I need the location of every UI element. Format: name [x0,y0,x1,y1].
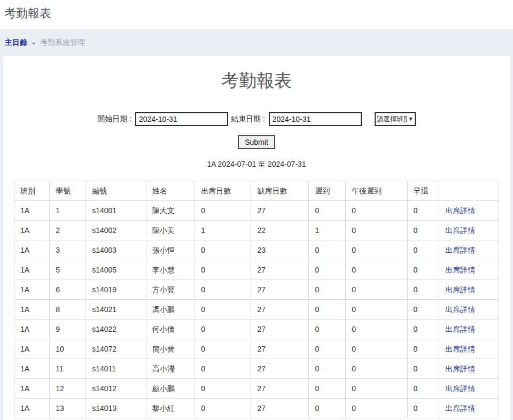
cell-class: 1A [14,201,50,221]
table-row: 1A10s14072簡小晉027000出席詳情 [14,339,499,359]
attendance-detail-link[interactable]: 出席詳情 [445,384,475,393]
header-student-no: 學號 [50,181,86,201]
end-date-input[interactable] [269,112,362,126]
report-table-body: 1A1s14001陳大文027000出席詳情1A2s14002陳小美122100… [14,201,499,418]
cell-class: 1A [14,260,50,280]
cell-late: 1 [309,221,346,240]
cell-student-no: 9 [50,320,86,339]
header-name: 姓名 [146,181,195,201]
cell-class: 1A [14,399,50,418]
cell-code: s14001 [86,201,146,221]
header-present-days: 出席日數 [195,181,251,201]
breadcrumb-separator-icon: ● [32,40,35,46]
start-date-label: 開始日期 : [97,114,134,124]
cell-class: 1A [14,320,50,339]
cell-name: 黎小紅 [146,399,195,418]
cell-late: 0 [309,320,346,339]
cell-code: s14019 [86,280,146,300]
cell-present-days: 0 [195,240,251,260]
attendance-detail-link[interactable]: 出席詳情 [445,246,475,254]
attendance-detail-link[interactable]: 出席詳情 [445,364,475,373]
cell-present-days: 0 [195,280,251,300]
cell-late: 0 [309,379,346,399]
breadcrumb: 主目錄 ● 考勤系統管理 [0,29,513,56]
submit-row: Submit [3,135,510,149]
cell-name: 李小慧 [146,260,195,280]
table-row: 1A8s14021馮小鵬027000出席詳情 [14,300,499,320]
attendance-detail-link[interactable]: 出席詳情 [445,266,475,274]
cell-absent-days: 27 [251,339,309,359]
cell-detail: 出席詳情 [439,320,499,339]
cell-early-leave: 0 [407,201,439,221]
cell-early-leave: 0 [407,399,439,418]
cell-absent-days: 27 [251,260,309,280]
cell-present-days: 0 [195,339,251,359]
header-pm-late: 午後遲到 [346,181,407,201]
cell-present-days: 0 [195,201,251,221]
cell-present-days: 0 [195,359,251,379]
start-date-input[interactable] [135,112,228,126]
cell-early-leave: 0 [407,240,439,260]
cell-late: 0 [309,300,346,320]
cell-pm-late: 0 [346,201,407,221]
cell-name: 高小瀅 [146,359,195,379]
cell-name: 馮小鵬 [146,300,195,320]
table-row: 1A13s14013黎小紅027000出席詳情 [14,399,499,418]
cell-late: 0 [309,399,346,418]
cell-name: 陳小美 [146,221,195,240]
submit-button[interactable]: Submit [238,135,275,149]
cell-early-leave: 0 [407,221,439,240]
cell-detail: 出席詳情 [439,201,499,221]
attendance-detail-link[interactable]: 出席詳情 [445,226,475,235]
cell-pm-late: 0 [346,260,407,280]
cell-pm-late: 0 [346,339,407,359]
table-row: 1A1s14001陳大文027000出席詳情 [14,201,499,221]
attendance-detail-link[interactable]: 出席詳情 [445,305,475,314]
cell-late: 0 [309,339,346,359]
attendance-detail-link[interactable]: 出席詳情 [445,404,475,413]
cell-pm-late: 0 [346,280,407,300]
cell-detail: 出席詳情 [439,379,499,399]
breadcrumb-home-link[interactable]: 主目錄 [5,38,27,48]
content-panel: 考勤報表 開始日期 : 結束日期 : 請選擇班別: ▼ Submit 1A 20… [3,56,510,420]
cell-late: 0 [309,201,346,221]
cell-present-days: 0 [195,379,251,399]
cell-present-days: 0 [195,300,251,320]
table-row: 1A5s14005李小慧027000出席詳情 [14,260,499,280]
attendance-detail-link[interactable]: 出席詳情 [445,345,475,353]
cell-code: s14013 [86,399,146,418]
cell-code: s14002 [86,221,146,240]
attendance-detail-link[interactable]: 出席詳情 [445,285,475,294]
table-row: 1A2s14002陳小美122100出席詳情 [14,221,499,240]
cell-class: 1A [14,359,50,379]
cell-student-no: 13 [50,399,86,418]
cell-student-no: 12 [50,379,86,399]
cell-detail: 出席詳情 [439,240,499,260]
cell-late: 0 [309,240,346,260]
cell-code: s14021 [86,300,146,320]
cell-code: s14022 [86,320,146,339]
cell-absent-days: 27 [251,359,309,379]
cell-pm-late: 0 [346,320,407,339]
report-heading: 考勤報表 [3,56,510,91]
table-row: 1A6s14019方小賢027000出席詳情 [14,280,499,300]
cell-student-no: 11 [50,359,86,379]
filter-row: 開始日期 : 結束日期 : 請選擇班別: ▼ [3,112,510,126]
cell-absent-days: 27 [251,399,309,418]
cell-pm-late: 0 [346,359,407,379]
header-detail [439,181,499,201]
cell-detail: 出席詳情 [439,280,499,300]
cell-late: 0 [309,260,346,280]
table-row: 1A3s14003張小恒023000出席詳情 [14,240,499,260]
cell-class: 1A [14,379,50,399]
header-late: 遲到 [309,181,346,201]
attendance-table: 班別 學號 編號 姓名 出席日數 缺席日數 遲到 午後遲到 早退 1A1s140… [14,181,499,418]
cell-pm-late: 0 [346,240,407,260]
cell-present-days: 0 [195,260,251,280]
cell-early-leave: 0 [407,379,439,399]
attendance-detail-link[interactable]: 出席詳情 [445,206,475,215]
cell-early-leave: 0 [407,300,439,320]
cell-absent-days: 27 [251,280,309,300]
attendance-detail-link[interactable]: 出席詳情 [445,325,475,333]
class-select[interactable]: 請選擇班別: [375,112,416,126]
